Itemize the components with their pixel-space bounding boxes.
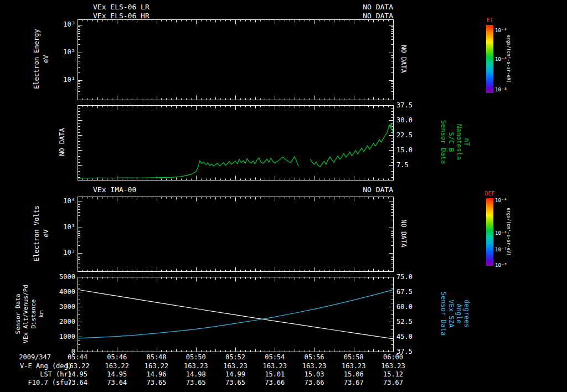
alt-ylabel-line2: VEx Alt/Venus/Pd: [23, 259, 29, 369]
alt-ylabel-line1: Sensor Data: [15, 259, 22, 369]
colorbar-tick-label: 10⁻⁶: [495, 56, 507, 62]
els-ylabel-line2: eV: [43, 4, 50, 115]
els-ytick-label: 10²: [53, 49, 75, 56]
sza-right-label-line4: degrees: [463, 259, 470, 369]
table-value: 163.23: [378, 363, 409, 370]
panel-frame: [78, 277, 394, 352]
row-label-lst: LST (hr): [0, 371, 72, 378]
mag-ytick-label: 37.5: [396, 102, 413, 109]
els-ytick-label: 10³: [53, 21, 75, 28]
table-value: 14.96: [141, 371, 172, 378]
els-ytick-label: 10¹: [53, 76, 75, 84]
colorbar-tick-label: 10⁻⁸: [495, 87, 507, 92]
table-value: 163.23: [220, 363, 251, 370]
ima-right-status: NO DATA: [400, 178, 407, 289]
sza-ytick-label: 67.5: [396, 288, 413, 296]
time-tick-label: 05:48: [143, 354, 171, 361]
time-tick-label: 05:44: [64, 354, 91, 361]
table-value: 163.23: [259, 363, 290, 370]
time-tick-label: 05:50: [182, 354, 210, 361]
table-value: 14.95: [101, 371, 132, 378]
table-value: 14.98: [181, 371, 212, 378]
sza-right-label-line2: VEx SZA: [447, 259, 455, 369]
mag-ytick-label: 30.0: [396, 117, 413, 124]
time-tick-label: 05:52: [221, 354, 249, 361]
time-tick-label: 05:58: [340, 354, 368, 361]
sza-ytick-label: 52.5: [396, 318, 413, 326]
els-hr-status: NO DATA: [282, 12, 393, 19]
alt-ytick-label: 1000: [53, 333, 75, 341]
time-tick-label: 05:54: [261, 354, 288, 361]
el-colorbar-gradient: [486, 25, 493, 93]
el-colorbar-title: El: [477, 17, 502, 23]
colorbar-tick-label: 10⁻⁴: [495, 198, 507, 203]
alt-ytick-label: 4000: [53, 288, 75, 296]
vex-quicklook-plot: VEx ELS-06 LR NO DATA VEx ELS-06 HR NO D…: [0, 0, 567, 392]
table-value: 73.65: [141, 379, 172, 386]
table-value: 73.67: [338, 379, 369, 386]
time-tick-label: 05:56: [301, 354, 328, 361]
colorbar-tick-label: 10⁻⁶: [495, 230, 507, 236]
table-value: 73.64: [62, 379, 93, 386]
mag-right-label-line2: S/C B: [447, 87, 455, 198]
table-value: 163.23: [338, 363, 369, 370]
sza-right-label-line3: Angle: [455, 259, 462, 369]
table-value: 14.95: [62, 371, 93, 378]
date-label: 2009/347: [0, 354, 51, 361]
row-label-ve-ang: V-E Ang (deg): [0, 363, 72, 370]
table-value: 15.12: [378, 371, 409, 378]
els-right-status: NO DATA: [400, 4, 407, 115]
time-tick-label: 05:46: [103, 354, 131, 361]
table-value: 163.22: [62, 363, 93, 370]
colorbar-tick-label: 10⁻⁴: [495, 28, 507, 33]
mag-ytick-label: 22.5: [396, 132, 413, 139]
table-value: 163.22: [101, 363, 132, 370]
table-value: 163.22: [141, 363, 172, 370]
colorbar-tick-label: 10⁻⁸: [495, 262, 507, 268]
table-value: 15.06: [338, 371, 369, 378]
colorbar-tick-label: 10⁻⁷: [495, 247, 507, 252]
els-ylabel-line1: Electron Energy: [33, 4, 40, 115]
sza-ytick-label: 60.0: [396, 303, 413, 311]
alt-ytick-label: 3000: [53, 303, 75, 311]
time-tick-label: 06:00: [379, 354, 407, 361]
ima-status: NO DATA: [282, 186, 393, 193]
table-value: 73.66: [299, 379, 330, 386]
def-colorbar: [486, 198, 493, 266]
alt-ylabel-line4: km: [38, 259, 45, 369]
els-hr-title: VEx ELS-06 HR: [93, 12, 150, 19]
panel-frame: [78, 197, 394, 272]
ima-ytick-label: 10³: [53, 224, 75, 231]
table-value: 73.65: [181, 379, 212, 386]
mag-field-line: [310, 123, 393, 167]
altitude-line: [78, 290, 393, 339]
sza-ytick-label: 45.0: [396, 333, 413, 341]
ima-title: VEx IMA-00: [93, 186, 136, 193]
row-label-f107: F10.7 (sfu): [0, 379, 72, 386]
ima-ytick-label: 10⁴: [53, 198, 75, 205]
panel-frame: [78, 20, 394, 100]
mag-right-label-line4: nT: [463, 87, 470, 198]
el-colorbar: [486, 25, 493, 93]
mag-ytick-label: 15.0: [396, 147, 413, 154]
def-colorbar-gradient: [486, 198, 493, 266]
table-value: 163.23: [181, 363, 212, 370]
els-lr-title: VEx ELS-06 LR: [93, 3, 150, 11]
alt-ytick-label: 5000: [53, 274, 75, 281]
mag-ytick-label: 7.5: [396, 162, 409, 169]
table-value: 15.03: [299, 371, 330, 378]
mag-field-line: [78, 157, 298, 178]
sza-right-label-line1: Sensor Data: [440, 259, 447, 369]
panel-frame: [78, 106, 394, 180]
table-value: 73.66: [259, 379, 290, 386]
table-value: 15.01: [259, 371, 290, 378]
alt-ytick-label: 2000: [53, 318, 75, 326]
table-value: 73.65: [220, 379, 251, 386]
table-value: 163.23: [299, 363, 330, 370]
mag-right-label-line3: Nanotesla: [455, 87, 462, 198]
table-value: 14.99: [220, 371, 251, 378]
table-value: 73.64: [101, 379, 132, 386]
mag-left-status: NO DATA: [59, 87, 66, 198]
els-lr-status: NO DATA: [282, 3, 393, 11]
sza-ytick-label: 75.0: [396, 274, 413, 281]
